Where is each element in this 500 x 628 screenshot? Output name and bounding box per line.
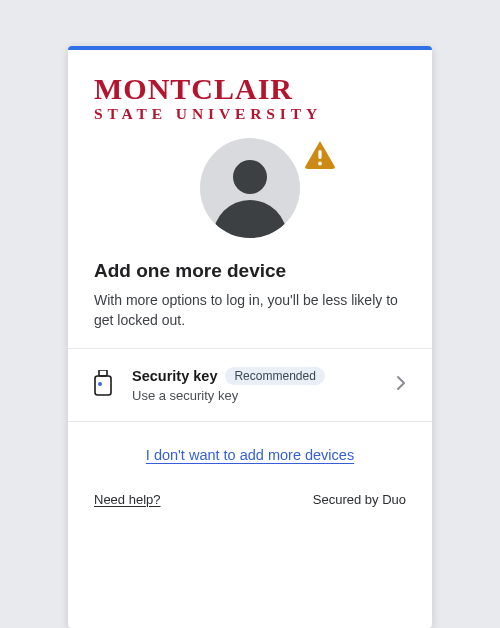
option-subtitle: Use a security key — [132, 388, 396, 403]
recommended-badge: Recommended — [225, 367, 324, 385]
skip-link[interactable]: I don't want to add more devices — [146, 447, 354, 463]
svg-point-4 — [98, 382, 102, 386]
svg-rect-0 — [318, 150, 321, 159]
brand-logo: MONTCLAIR STATE UNIVERSITY — [94, 74, 406, 122]
option-text-block: Security key Recommended Use a security … — [132, 367, 396, 403]
alert-triangle-icon — [304, 140, 336, 174]
svg-point-1 — [318, 161, 322, 165]
avatar-container — [94, 138, 406, 238]
help-link[interactable]: Need help? — [94, 492, 161, 507]
secured-by-label: Secured by Duo — [313, 492, 406, 507]
brand-line-2: STATE UNIVERSITY — [94, 106, 406, 122]
chevron-right-icon — [396, 375, 406, 395]
card-footer: Need help? Secured by Duo — [68, 472, 432, 527]
page-subtitle: With more options to log in, you'll be l… — [94, 290, 406, 331]
option-title: Security key — [132, 368, 217, 384]
page-title: Add one more device — [94, 260, 406, 282]
security-key-icon — [94, 370, 114, 400]
avatar-placeholder-icon — [200, 138, 300, 238]
skip-row: I don't want to add more devices — [68, 422, 432, 472]
option-security-key[interactable]: Security key Recommended Use a security … — [68, 348, 432, 422]
brand-line-1: MONTCLAIR — [94, 74, 406, 104]
svg-rect-3 — [95, 376, 111, 395]
svg-rect-2 — [99, 370, 107, 376]
auth-card: MONTCLAIR STATE UNIVERSITY Add one more … — [68, 46, 432, 628]
card-content: MONTCLAIR STATE UNIVERSITY Add one more … — [68, 50, 432, 348]
